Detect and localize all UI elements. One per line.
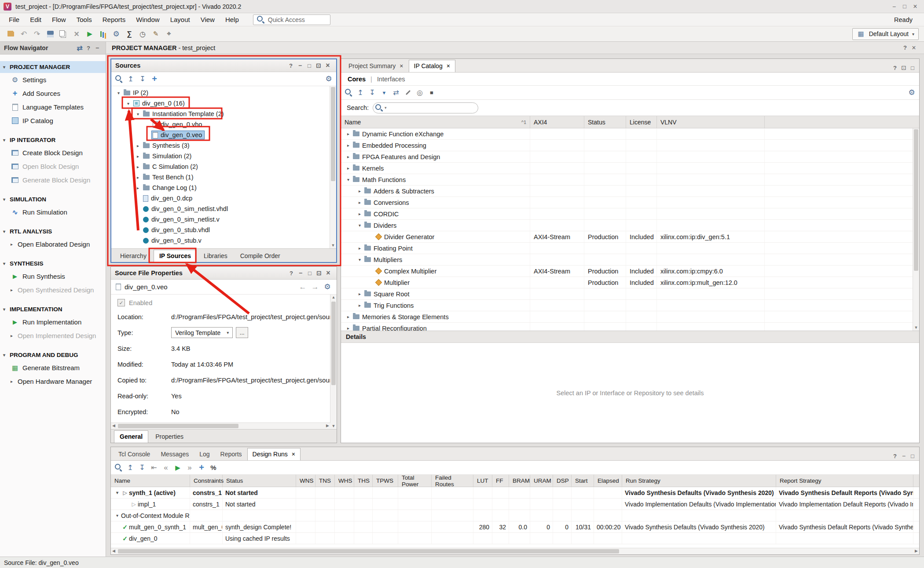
chevron-down-icon[interactable]: ▾ [114,490,121,495]
run-column-ff[interactable]: FF [492,475,509,487]
percent-icon[interactable] [209,463,218,472]
chevron-down-icon[interactable]: ▾ [3,229,10,234]
type-combobox[interactable]: Verilog Template▾ [171,327,233,338]
sources-scrollbar[interactable]: ▼ [330,86,336,248]
run-column-total-power[interactable]: Total Power [398,475,432,487]
chevron-down-icon[interactable]: ▾ [3,138,10,142]
sidebar-section-header-project-manager[interactable]: ▾PROJECT MANAGER [0,61,106,73]
sidebar-item-open-implemented-design[interactable]: ▸Open Implemented Design [0,329,106,342]
run-column-elapsed[interactable]: Elapsed [594,475,622,487]
subtab-interfaces[interactable]: Interfaces [377,76,405,83]
copy-icon[interactable] [58,29,69,39]
chevron-right-icon[interactable]: ▸ [345,326,352,331]
design-runs-hscrollbar[interactable]: ◀ ▶ [111,548,919,554]
chevron-right-icon[interactable]: ▸ [356,189,363,193]
scroll-right-icon[interactable]: ▶ [325,423,330,429]
chevron-down-icon[interactable]: ▾ [356,257,363,262]
chevron-right-icon[interactable]: ▸ [345,143,352,148]
sidebar-item-generate-block-design[interactable]: Generate Block Design [0,173,106,187]
chevron-down-icon[interactable]: ▾ [3,197,10,202]
run-column-failed-routes[interactable]: Failed Routes [432,475,473,487]
sidebar-item-add-sources[interactable]: Add Sources [0,87,106,100]
tree-item-c-simulation-2[interactable]: ▸C Simulation (2) [111,161,336,172]
sidebar-item-open-hardware-manager[interactable]: ▸Open Hardware Manager [0,375,106,388]
chevron-down-icon[interactable]: ▾ [345,177,352,182]
sidebar-item-run-simulation[interactable]: Run Simulation [0,205,106,219]
window-close-button[interactable] [910,1,920,12]
sidebar-item-open-block-design[interactable]: Open Block Design [0,160,106,173]
chevron-right-icon[interactable]: ▸ [356,303,363,308]
chevron-down-icon[interactable]: ▾ [3,353,10,357]
float-icon[interactable] [314,61,323,70]
enabled-checkbox[interactable]: ✓ [117,299,125,306]
undo-icon[interactable] [18,29,29,39]
chevron-right-icon[interactable]: ▸ [11,379,18,384]
run-icon[interactable] [173,463,182,472]
sidebar-section-header-ip-integrator[interactable]: ▾IP INTEGRATOR [0,134,106,146]
ip-row-trig-functions[interactable]: ▸Trig Functions [341,300,919,311]
back-icon[interactable] [298,283,307,291]
scroll-down-icon[interactable]: ▼ [913,325,919,331]
run-row-out-of-context-module-runs[interactable]: ▾Out-of-Context Module Runs [111,510,919,521]
ip-row-dynamic-function-exchange[interactable]: ▸Dynamic Function eXchange [341,128,919,140]
tree-item-div-gen-0-stub-v[interactable]: div_gen_0_stub.v [111,235,336,246]
tab-reports[interactable]: Reports [215,448,247,460]
sum-icon[interactable] [124,29,135,39]
sidebar-item-create-block-design[interactable]: Create Block Design [0,146,106,160]
redo-icon[interactable] [32,29,42,39]
ip-row-adders-subtracters[interactable]: ▸Adders & Subtracters [341,186,919,197]
filter-icon[interactable] [380,88,389,97]
run-icon[interactable] [84,29,95,39]
properties-scrollbar[interactable]: ▲ ▼ [330,295,337,429]
sidebar-item-ip-catalog[interactable]: IP Catalog [0,114,106,127]
chevron-right-icon[interactable]: ▸ [356,211,363,216]
maximize-icon[interactable] [305,61,314,70]
chevron-right-icon[interactable]: ▸ [345,131,352,136]
close-icon[interactable] [324,269,333,277]
layout-select[interactable]: Default Layout ▾ [852,28,919,40]
maximize-icon[interactable] [908,451,917,460]
chevron-right-icon[interactable]: ▸ [134,175,142,180]
add-icon[interactable] [150,75,159,84]
chevron-right-icon[interactable]: ▸ [356,291,363,296]
tab-design-runs[interactable]: Design Runs× [247,448,301,460]
close-tab-icon[interactable]: × [447,62,450,69]
scroll-down-icon[interactable]: ▼ [330,243,336,248]
chevron-down-icon[interactable]: ▾ [356,223,363,228]
column-header-name[interactable]: Name^1 [341,116,530,128]
ip-row-square-root[interactable]: ▸Square Root [341,288,919,300]
tree-item-test-bench-1[interactable]: ▸Test Bench (1) [111,172,336,182]
close-icon[interactable] [909,44,918,52]
more-button[interactable]: ... [236,327,248,338]
chevron-right-icon[interactable]: ▸ [345,314,352,319]
close-icon[interactable] [323,61,332,70]
close-tab-icon[interactable]: × [292,451,295,458]
quick-access-box[interactable]: Quick Access [253,15,330,25]
help-icon[interactable] [84,44,93,52]
scroll-left-icon[interactable]: ◀ [111,548,117,554]
chevron-down-icon[interactable]: ▾ [125,101,132,106]
menu-layout[interactable]: Layout [165,14,195,25]
ip-row-complex-multiplier[interactable]: Complex MultiplierAXI4-StreamProductionI… [341,266,919,277]
ip-row-cordic[interactable]: ▸CORDIC [341,208,919,220]
tab-properties[interactable]: Properties [150,430,189,443]
fast-forward-icon[interactable] [185,463,194,472]
sidebar-item-generate-bitstream[interactable]: Generate Bitstream [0,361,106,375]
target-icon[interactable] [415,88,424,97]
chevron-down-icon[interactable]: ▾ [3,65,10,69]
run-column-uram[interactable]: URAM [530,475,553,487]
details-icon[interactable] [427,88,436,97]
expand-all-icon[interactable] [138,75,147,84]
sidebar-section-header-rtl-analysis[interactable]: ▾RTL ANALYSIS [0,226,106,237]
run-column-dsp[interactable]: DSP [553,475,572,487]
collapse-all-icon[interactable] [126,75,135,84]
help-icon[interactable] [287,269,296,277]
run-column-whs[interactable]: WHS [335,475,354,487]
chevron-down-icon[interactable]: ▾ [115,91,122,95]
sidebar-item-run-synthesis[interactable]: Run Synthesis [0,269,106,283]
tree-item-div-gen-0-veo[interactable]: div_gen_0.veo [111,130,336,140]
column-header-status[interactable]: Status [584,116,626,128]
chevron-right-icon[interactable]: ▸ [356,200,363,205]
tree-item-ip-2[interactable]: ▾IP (2) [111,87,336,98]
chevron-down-icon[interactable]: ▾ [3,261,10,266]
